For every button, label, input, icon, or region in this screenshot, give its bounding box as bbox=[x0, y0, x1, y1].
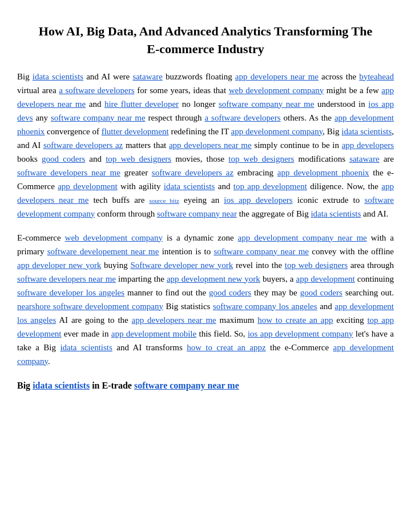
text-might: might be a few bbox=[324, 86, 381, 95]
text-intention: intention is to bbox=[159, 247, 213, 256]
text-big-stats: Big statistics bbox=[163, 302, 213, 311]
text-searching: searching out. bbox=[342, 288, 394, 297]
text-convey: convey with the offline bbox=[309, 247, 394, 256]
link-idata-scientists-4[interactable]: idata scientists bbox=[311, 209, 361, 218]
link-app-developers-near-me-5[interactable]: app developers near me bbox=[132, 315, 216, 325]
link-app-development-1[interactable]: app development bbox=[58, 182, 118, 191]
text-across: across the bbox=[319, 72, 359, 81]
text-conform: conform through bbox=[95, 209, 157, 218]
text-embracing: embracing bbox=[233, 168, 277, 177]
link-good-coders-3[interactable]: good coders bbox=[300, 288, 342, 297]
link-app-developers[interactable]: app developers bbox=[342, 141, 394, 150]
link-top-web-designers-3[interactable]: top web designers bbox=[285, 261, 348, 270]
text-others: others. As the bbox=[281, 113, 335, 122]
text-in-etrade: in E-trade bbox=[90, 381, 134, 390]
text-and-app: and bbox=[317, 302, 335, 311]
text-buyers: buyers, a bbox=[260, 274, 296, 283]
link-app-development-company-1[interactable]: app development company bbox=[231, 127, 323, 136]
link-app-development-mobile[interactable]: app development mobile bbox=[111, 329, 196, 338]
text-big: Big bbox=[17, 72, 33, 81]
link-idata-scientists-bold[interactable]: idata scientists bbox=[33, 381, 90, 390]
text-revel: revel into the bbox=[233, 261, 284, 270]
link-web-development-company-2[interactable]: web development company bbox=[65, 233, 163, 242]
text-period: . bbox=[48, 357, 50, 366]
text-eyeing: eyeing an bbox=[179, 195, 224, 205]
link-byteahead[interactable]: byteahead bbox=[359, 72, 394, 81]
text-imparting: imparting the bbox=[116, 274, 167, 283]
link-software-developer-new-york[interactable]: Software developer new york bbox=[130, 261, 233, 270]
link-software-company-near-me-bold[interactable]: software company near me bbox=[134, 381, 239, 390]
text-and-ai-end: and AI. bbox=[361, 209, 388, 218]
text-ecommerce-2: E-commerce bbox=[17, 233, 65, 242]
text-any: any bbox=[33, 113, 51, 122]
link-idata-scientists-3[interactable]: idata scientists bbox=[164, 182, 215, 191]
link-top-app-development-1[interactable]: top app development bbox=[233, 182, 307, 191]
link-top-web-designers-1[interactable]: top web designers bbox=[106, 154, 171, 163]
link-ios-app-development-company[interactable]: ios app development company bbox=[248, 329, 353, 338]
text-the-ecommerce-3: the e-Commerce bbox=[266, 343, 333, 352]
link-idata-scientists-1[interactable]: idata scientists bbox=[33, 72, 83, 81]
link-a-software-developers-2[interactable]: a software developers bbox=[204, 113, 280, 122]
link-app-development-new-york[interactable]: app development new york bbox=[167, 274, 260, 283]
link-how-to-create-an-app[interactable]: how to create an app bbox=[257, 315, 333, 325]
link-software-developers-near-me-2[interactable]: software developers near me bbox=[17, 274, 116, 283]
text-area: area through bbox=[348, 261, 394, 270]
link-software-company-near-me-3[interactable]: software company near me bbox=[213, 247, 309, 256]
text-and-ai: and AI were bbox=[83, 72, 132, 81]
link-software-developers-az-2[interactable]: software developers az bbox=[152, 168, 233, 177]
paragraph-1: Big idata scientists and AI were satawar… bbox=[17, 70, 394, 221]
text-this-field: this field. So, bbox=[196, 329, 248, 338]
link-sataware-2[interactable]: sataware bbox=[349, 154, 379, 163]
text-respect: respect through bbox=[146, 113, 205, 122]
link-top-web-designers-2[interactable]: top web designers bbox=[228, 154, 294, 163]
link-a-software-developers-1[interactable]: a software developers bbox=[59, 86, 134, 95]
paragraph-2: E-commerce web development company is a … bbox=[17, 231, 394, 368]
link-software-company-near[interactable]: software company near bbox=[157, 209, 237, 218]
link-software-company-near-me-2[interactable]: software company near me bbox=[51, 113, 146, 122]
link-sataware-1[interactable]: sataware bbox=[132, 72, 162, 81]
link-software-developement-near-me[interactable]: software developement near me bbox=[47, 247, 159, 256]
link-software-company-los-angeles[interactable]: software company los angeles bbox=[213, 302, 317, 311]
text-modifications: modifications bbox=[294, 154, 349, 163]
link-good-coders-1[interactable]: good coders bbox=[42, 154, 85, 163]
link-hire-flutter-developer[interactable]: hire flutter developer bbox=[104, 99, 179, 109]
link-good-coders-2[interactable]: good coders bbox=[209, 288, 251, 297]
title-line1: How AI, Big Data, And Advanced Analytics… bbox=[39, 24, 372, 38]
link-app-developers-near-me-1[interactable]: app developers near me bbox=[235, 72, 319, 81]
title-line2: E-commerce Industry bbox=[147, 42, 264, 56]
link-how-to-creat-an-appz[interactable]: how to creat an appz bbox=[187, 343, 266, 352]
link-ios-app-developers[interactable]: ios app developers bbox=[224, 195, 292, 205]
text-matters: matters that bbox=[123, 141, 169, 150]
text-ai-going: AI are going to the bbox=[56, 315, 131, 325]
text-virtual: virtual area bbox=[17, 86, 59, 95]
text-no-longer: no longer bbox=[179, 99, 219, 109]
link-app-development-company-near-me[interactable]: app development company near me bbox=[238, 233, 367, 242]
text-and-ai-transforms: and AI transforms bbox=[112, 343, 187, 352]
link-software-company-near-me-1[interactable]: software company near me bbox=[219, 99, 314, 109]
link-app-development-phoenix-2[interactable]: app development phoenix bbox=[277, 168, 369, 177]
link-app-developers-near-me-3[interactable]: app developers near me bbox=[169, 141, 252, 150]
link-idata-scientists-5[interactable]: idata scientists bbox=[60, 343, 112, 352]
link-web-development-company-1[interactable]: web development company bbox=[229, 86, 324, 95]
article-title: How AI, Big Data, And Advanced Analytics… bbox=[17, 23, 394, 58]
text-and-top: and bbox=[85, 154, 106, 163]
link-software-developers-az-1[interactable]: software developers az bbox=[43, 141, 123, 150]
text-are: are bbox=[380, 154, 394, 163]
link-idata-scientists-2[interactable]: idata scientists bbox=[341, 127, 392, 136]
text-redefining: redefining the IT bbox=[169, 127, 231, 136]
link-source-bitz[interactable]: source bitz bbox=[150, 197, 179, 204]
link-app-development-2[interactable]: app development bbox=[296, 274, 355, 283]
text-is-dynamic: is a dynamic zone bbox=[163, 233, 238, 242]
link-flutter-development[interactable]: flutter development bbox=[102, 127, 169, 136]
text-understood: understood in bbox=[314, 99, 368, 109]
link-nearshore-software[interactable]: nearshore software development company bbox=[17, 302, 163, 311]
text-they-may: they may be bbox=[251, 288, 300, 297]
text-tech-buffs: tech buffs are bbox=[88, 195, 149, 205]
text-buying: buying bbox=[101, 261, 130, 270]
link-software-developers-near-me-1[interactable]: software developers near me bbox=[17, 168, 120, 177]
text-and-top-app: and bbox=[215, 182, 233, 191]
link-app-developer-new-york[interactable]: app developer new york bbox=[17, 261, 101, 270]
link-software-developer-los-angeles[interactable]: software developer los angeles bbox=[17, 288, 124, 297]
text-exciting: exciting bbox=[333, 315, 367, 325]
text-movies: movies, those bbox=[171, 154, 228, 163]
